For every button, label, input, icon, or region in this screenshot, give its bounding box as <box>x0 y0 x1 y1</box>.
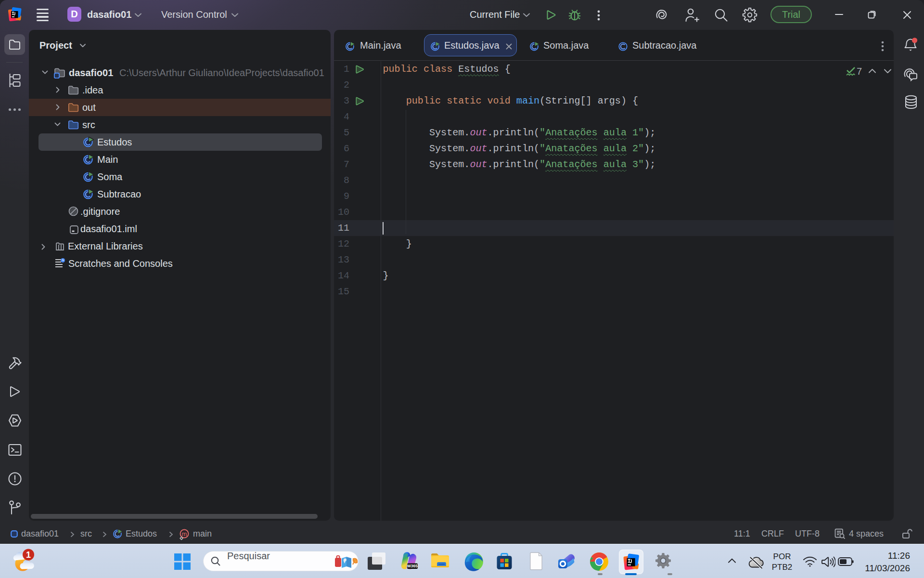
svg-text:1: 1 <box>26 550 31 560</box>
svg-text:m: m <box>182 530 187 538</box>
svg-text:M365: M365 <box>407 564 418 568</box>
